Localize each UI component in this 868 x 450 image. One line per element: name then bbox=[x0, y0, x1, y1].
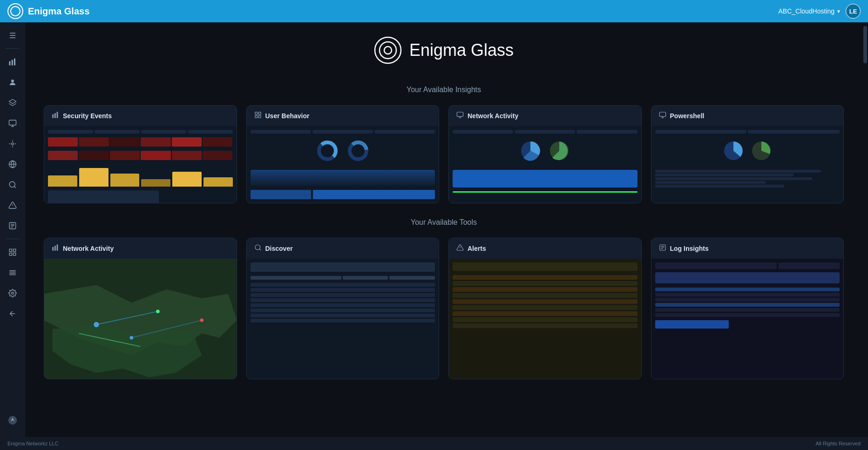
sidebar-item-menu[interactable]: ☰ bbox=[3, 26, 22, 45]
card-title-discover: Discover bbox=[265, 245, 293, 252]
card-network-activity[interactable]: Network Activity bbox=[448, 105, 642, 203]
ps-charts-row bbox=[655, 139, 840, 162]
sidebar-item-globe[interactable] bbox=[3, 155, 22, 174]
sidebar-item-grid[interactable] bbox=[3, 243, 22, 262]
sidebar-bottom bbox=[3, 411, 22, 433]
main-layout: ☰ bbox=[0, 22, 868, 437]
list-row bbox=[251, 293, 435, 297]
metric-2 bbox=[95, 130, 140, 134]
avatar[interactable]: LE bbox=[846, 4, 861, 19]
alert-row bbox=[453, 275, 637, 280]
bar bbox=[110, 174, 140, 187]
metric-n1 bbox=[453, 130, 513, 134]
sidebar-item-search[interactable] bbox=[3, 175, 22, 194]
sidebar-item-monitor[interactable] bbox=[3, 114, 22, 133]
card-log-insights[interactable]: Log Insights bbox=[651, 238, 844, 379]
topbar-org-name: ABC_CloudHosting bbox=[778, 7, 834, 15]
sidebar-item-settings[interactable] bbox=[3, 284, 22, 302]
card-discover[interactable]: Discover bbox=[246, 238, 440, 379]
log-filter-row bbox=[655, 262, 840, 269]
card-body-network bbox=[449, 126, 641, 203]
sidebar-item-list[interactable] bbox=[3, 263, 22, 282]
scrollbar[interactable] bbox=[862, 22, 868, 437]
monitor-icon bbox=[8, 119, 17, 128]
list-row bbox=[251, 319, 435, 322]
card-alerts-tool[interactable]: Alerts bbox=[448, 238, 642, 379]
svg-rect-40 bbox=[57, 112, 58, 118]
sidebar-item-user[interactable] bbox=[3, 73, 22, 92]
svg-rect-24 bbox=[14, 249, 16, 251]
alert-row bbox=[453, 281, 637, 286]
grid-icon bbox=[8, 248, 17, 256]
sidebar-item-navigate[interactable] bbox=[3, 411, 22, 430]
log-row bbox=[655, 308, 840, 312]
bar bbox=[203, 177, 233, 187]
card-body-powershell bbox=[651, 126, 844, 203]
sidebar-item-tools[interactable] bbox=[3, 134, 22, 153]
svg-rect-54 bbox=[659, 112, 665, 116]
filter bbox=[655, 262, 777, 269]
menu-icon: ☰ bbox=[9, 31, 16, 40]
hm-cell bbox=[48, 151, 78, 160]
hm-cell bbox=[172, 151, 202, 160]
svg-rect-1 bbox=[12, 60, 13, 66]
card-title-network-tool: Network Activity bbox=[63, 245, 114, 252]
bar bbox=[79, 168, 108, 187]
card-user-behavior[interactable]: User Behavior bbox=[246, 105, 440, 203]
sidebar-item-logs[interactable] bbox=[3, 216, 22, 235]
security-bar-chart bbox=[48, 168, 233, 187]
sidebar-item-layers[interactable] bbox=[3, 94, 22, 112]
hm-cell bbox=[203, 137, 232, 147]
navigate-icon bbox=[7, 415, 18, 425]
back-icon bbox=[8, 309, 17, 318]
metric-n2 bbox=[515, 130, 575, 134]
svg-rect-61 bbox=[57, 244, 58, 250]
svg-point-70 bbox=[255, 245, 260, 250]
svg-point-36 bbox=[380, 42, 396, 59]
log-icon bbox=[8, 222, 17, 230]
card-header-network-tool: Network Activity bbox=[44, 238, 237, 259]
svg-rect-0 bbox=[9, 61, 11, 66]
sidebar-divider-1 bbox=[6, 48, 20, 49]
topbar-org[interactable]: ABC_CloudHosting ▼ bbox=[778, 7, 841, 15]
hm-cell bbox=[110, 137, 140, 147]
card-security-events[interactable]: Security Events bbox=[44, 105, 237, 203]
hm-cell bbox=[203, 151, 232, 160]
card-header-log-insights: Log Insights bbox=[651, 238, 844, 259]
user-icon bbox=[8, 78, 17, 87]
ps-line bbox=[655, 185, 785, 188]
metric-u2 bbox=[312, 130, 373, 134]
sidebar-item-alerts[interactable] bbox=[3, 196, 22, 215]
card-header-user: User Behavior bbox=[247, 106, 439, 126]
ps-line bbox=[655, 181, 766, 184]
card-header-discover: Discover bbox=[247, 238, 439, 259]
layers-icon bbox=[8, 99, 17, 107]
svg-point-69 bbox=[200, 318, 204, 322]
col-h bbox=[343, 276, 388, 280]
scrollbar-thumb[interactable] bbox=[863, 26, 867, 63]
col-h bbox=[251, 276, 341, 280]
card-body-user bbox=[247, 126, 439, 203]
list-icon bbox=[8, 269, 17, 277]
insights-grid: Security Events bbox=[44, 105, 844, 203]
card-powershell[interactable]: Powershell bbox=[651, 105, 844, 203]
svg-point-15 bbox=[9, 181, 15, 187]
card-body-discover bbox=[247, 259, 439, 379]
svg-point-66 bbox=[94, 322, 99, 327]
hm-cell bbox=[79, 151, 108, 160]
user-area-chart bbox=[251, 170, 435, 186]
globe-icon bbox=[8, 160, 17, 168]
security-label bbox=[48, 190, 159, 204]
chevron-down-icon: ▼ bbox=[836, 9, 841, 14]
hm-cell bbox=[172, 137, 202, 147]
tools-icon bbox=[8, 140, 17, 148]
svg-point-35 bbox=[375, 37, 401, 63]
discover-icon bbox=[254, 244, 262, 253]
list-row bbox=[251, 283, 435, 287]
log-row bbox=[655, 293, 840, 296]
sidebar-item-back[interactable] bbox=[3, 304, 22, 323]
card-network-activity-tool[interactable]: Network Activity bbox=[44, 238, 237, 379]
sidebar-item-dashboard[interactable] bbox=[3, 53, 22, 71]
insights-subtitle: Your Available Insights bbox=[44, 86, 844, 94]
bar bbox=[48, 175, 77, 187]
